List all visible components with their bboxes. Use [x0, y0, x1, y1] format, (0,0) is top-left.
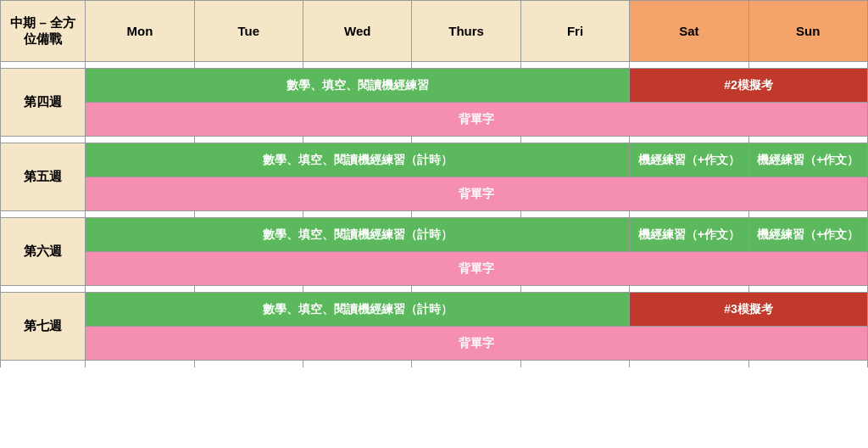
green-task-2: 數學、填空、閱讀機經練習（計時）: [86, 218, 630, 252]
week-label-0: 第四週: [1, 69, 86, 137]
header-wed: Wed: [303, 1, 412, 62]
week-label-3: 第七週: [1, 293, 86, 361]
sat-task-1: 機經練習（+作文）: [630, 143, 748, 177]
sun-task-2: 機經練習（+作文）: [748, 218, 867, 252]
week-label-2: 第六週: [1, 218, 86, 286]
header-sun: Sun: [748, 1, 867, 62]
header-thurs: Thurs: [412, 1, 520, 62]
header-tue: Tue: [194, 1, 303, 62]
pink-task-2: 背單字: [86, 252, 868, 286]
sat-task-2: 機經練習（+作文）: [630, 218, 748, 252]
header-mon: Mon: [86, 1, 194, 62]
schedule-table: 中期 – 全方位備戰 Mon Tue Wed Thurs Fri Sat Sun…: [0, 0, 868, 367]
sun-task-1: 機經練習（+作文）: [748, 143, 867, 177]
pink-task-0: 背單字: [86, 103, 868, 137]
week-label-1: 第五週: [1, 143, 86, 211]
green-task-3: 數學、填空、閱讀機經練習（計時）: [86, 293, 630, 327]
header-week-label: 中期 – 全方位備戰: [1, 1, 86, 62]
header-sat: Sat: [630, 1, 748, 62]
pink-task-1: 背單字: [86, 177, 868, 211]
green-task-1: 數學、填空、閱讀機經練習（計時）: [86, 143, 630, 177]
pink-task-3: 背單字: [86, 327, 868, 361]
header-fri: Fri: [520, 1, 629, 62]
sat-task-3: #3模擬考: [630, 293, 868, 327]
green-task-0: 數學、填空、閱讀機經練習: [86, 69, 630, 103]
sat-task-0: #2模擬考: [630, 69, 868, 103]
